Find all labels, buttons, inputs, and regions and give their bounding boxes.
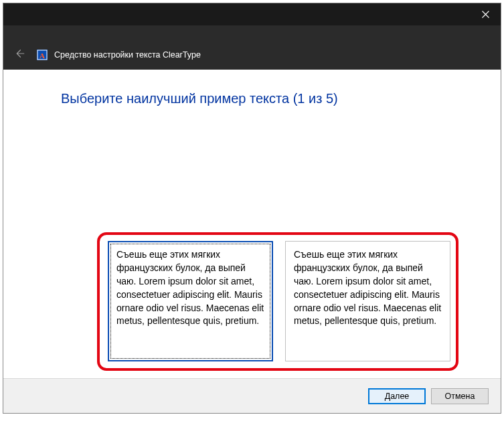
text-sample-2[interactable]: Съешь еще этих мягких французских булок,…: [285, 241, 450, 361]
app-title: Средство настройки текста ClearType: [54, 50, 201, 60]
back-arrow-icon: [13, 48, 25, 62]
titlebar: [3, 3, 501, 25]
text-sample-1[interactable]: Съешь еще этих мягких французских булок,…: [108, 241, 273, 361]
instruction-heading: Выберите наилучший пример текста (1 из 5…: [61, 91, 338, 106]
cancel-button[interactable]: Отмена: [431, 388, 489, 404]
next-button[interactable]: Далее: [368, 388, 426, 404]
window-frame: A Средство настройки текста ClearType Вы…: [3, 3, 501, 414]
sample-container: Съешь еще этих мягких французских булок,…: [108, 241, 450, 361]
close-icon: [482, 9, 489, 21]
close-button[interactable]: [470, 3, 501, 25]
footer-bar: Далее Отмена: [3, 378, 501, 413]
app-icon: A: [37, 50, 48, 60]
window-header: A Средство настройки текста ClearType: [3, 3, 501, 70]
back-button[interactable]: [11, 47, 27, 63]
svg-text:A: A: [39, 52, 45, 60]
nav-row: A Средство настройки текста ClearType: [3, 40, 501, 70]
content-panel: Выберите наилучший пример текста (1 из 5…: [25, 70, 479, 378]
